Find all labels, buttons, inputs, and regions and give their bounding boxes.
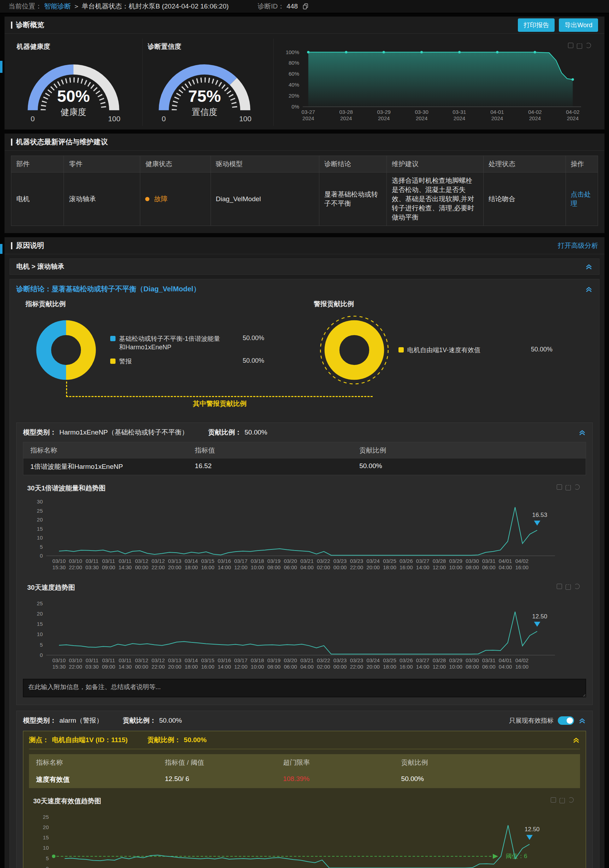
svg-text:03/14: 03/14	[185, 657, 198, 663]
svg-text:2024: 2024	[454, 115, 465, 121]
svg-text:03/19: 03/19	[267, 558, 281, 564]
legend-item[interactable]: 电机自由端1V-速度有效值 50.00%	[399, 346, 564, 354]
advanced-analysis-link[interactable]: 打开高级分析	[558, 241, 598, 250]
legend-item[interactable]: 警报 50.00%	[110, 357, 276, 366]
svg-text:20: 20	[37, 516, 43, 522]
model-name: Harmo1xEneNP（基础松动或转子不平衡）	[59, 428, 188, 437]
toolbox-save-image-icon[interactable]	[560, 798, 565, 803]
export-word-button[interactable]: 导出Word	[559, 19, 598, 32]
svg-text:03/17: 03/17	[234, 558, 247, 564]
toolbox-save-image-icon[interactable]	[566, 485, 571, 490]
collapse-chevron-icon[interactable]	[578, 429, 586, 436]
svg-text:04:00: 04:00	[499, 564, 512, 570]
dock-tab[interactable]	[0, 61, 3, 73]
svg-text:置信度: 置信度	[192, 107, 217, 117]
svg-text:03-28: 03-28	[340, 109, 353, 115]
toolbox-restore-icon[interactable]	[557, 584, 562, 589]
svg-text:03/15: 03/15	[201, 657, 215, 663]
breadcrumb-link-smart-diagnosis[interactable]: 智能诊断	[44, 2, 71, 11]
svg-text:03/16: 03/16	[218, 558, 231, 564]
svg-text:2024: 2024	[340, 115, 352, 121]
legend-label: 警报	[119, 357, 225, 366]
conclusion-title: 诊断结论：显著基础松动或转子不平衡（Diag_VelModel）	[16, 284, 200, 294]
svg-text:16:00: 16:00	[515, 564, 529, 570]
svg-text:5: 5	[40, 544, 43, 550]
svg-text:20:00: 20:00	[366, 663, 380, 670]
collapse-chevron-icon[interactable]	[585, 286, 593, 293]
svg-text:03/15: 03/15	[201, 558, 215, 564]
svg-text:08:00: 08:00	[465, 564, 479, 570]
svg-text:16:00: 16:00	[201, 564, 215, 570]
svg-text:02:00: 02:00	[317, 564, 330, 570]
svg-text:03-31: 03-31	[453, 109, 466, 115]
toolbox-refresh-icon[interactable]	[574, 584, 580, 589]
toolbox-save-image-icon[interactable]	[577, 43, 582, 49]
assessment-title: 机器状态最新评估与维护建议	[11, 137, 108, 147]
collapse-chevron-icon[interactable]	[572, 736, 580, 744]
toolbox-refresh-icon[interactable]	[568, 797, 573, 803]
cell-component: 滚动轴承	[64, 172, 140, 226]
svg-text:25: 25	[37, 600, 43, 606]
print-report-button[interactable]: 打印报告	[518, 19, 555, 32]
connector-line	[66, 396, 373, 397]
measure-point-box: 测点： 电机自由端1V (ID：1115) 贡献比例： 50.00%	[23, 731, 586, 868]
harmonic-trend-chart-box: 30天1倍谐波能量和趋势图 05101520253003/1015:3003/1…	[23, 480, 586, 575]
svg-text:10:00: 10:00	[251, 564, 264, 570]
svg-text:2024: 2024	[378, 115, 390, 121]
svg-text:03/27: 03/27	[416, 657, 430, 663]
table-row: 电机 滚动轴承 故障 Diag_VelModel 显著基础松动或转子不平衡 选择…	[11, 172, 598, 226]
alarm-donut-title: 警报贡献比例	[314, 299, 593, 308]
toolbox-refresh-icon[interactable]	[586, 43, 591, 48]
toolbox-save-image-icon[interactable]	[566, 584, 571, 590]
dock-tab[interactable]	[0, 244, 3, 254]
toolbox-restore-icon[interactable]	[568, 43, 573, 48]
svg-text:0: 0	[162, 115, 166, 123]
svg-text:03/23: 03/23	[334, 558, 347, 564]
svg-text:5: 5	[40, 642, 43, 648]
handle-link[interactable]: 点击处理	[571, 191, 591, 207]
model-type-label: 模型类别：	[23, 428, 57, 437]
part-breadcrumb-box: 电机 > 滚动轴承	[9, 259, 600, 275]
svg-text:15: 15	[37, 526, 43, 532]
col-action: 操作	[566, 156, 598, 172]
copy-icon[interactable]	[303, 3, 308, 9]
col-health-status: 健康状态	[140, 156, 210, 172]
toolbox-restore-icon[interactable]	[557, 484, 562, 490]
svg-text:0: 0	[40, 652, 43, 658]
col-part: 部件	[11, 156, 64, 172]
topbar: 当前位置： 智能诊断 ＞ 单台机器状态：机封水泵B (2024-04-02 16…	[0, 0, 609, 14]
point-title: 电机自由端1V (ID：1115)	[52, 735, 128, 745]
svg-text:22:00: 22:00	[350, 564, 363, 570]
chart-title: 30天速度趋势图	[27, 583, 584, 592]
svg-text:15: 15	[37, 621, 43, 627]
legend-value: 50.00%	[243, 357, 276, 364]
svg-text:5: 5	[46, 855, 49, 861]
collapse-chevron-icon[interactable]	[585, 263, 593, 270]
toolbox-restore-icon[interactable]	[551, 797, 556, 803]
note-input[interactable]	[23, 679, 586, 697]
svg-text:16:00: 16:00	[201, 663, 215, 670]
metric-name: 速度有效值	[36, 775, 165, 784]
svg-text:40%: 40%	[289, 82, 299, 88]
svg-text:22:00: 22:00	[69, 663, 82, 670]
toolbox-refresh-icon[interactable]	[574, 484, 580, 490]
svg-text:00:00: 00:00	[334, 564, 347, 570]
svg-text:03/29: 03/29	[449, 558, 462, 564]
metric-col-value: 指标值	[195, 446, 360, 455]
contrib-value: 50.00%	[159, 717, 182, 724]
svg-text:03/21: 03/21	[300, 657, 314, 663]
fault-dot-icon	[145, 197, 150, 201]
svg-text:2024: 2024	[492, 115, 503, 121]
metric-col-name: 指标名称	[30, 446, 195, 455]
collapse-chevron-icon[interactable]	[578, 717, 586, 724]
valid-indicators-toggle[interactable]	[558, 716, 574, 725]
legend-item[interactable]: 基础松动或转子不平衡-1倍谐波能量和Harmo1xEneNP 50.00%	[110, 335, 276, 352]
metric-value: 12.50/ 6	[165, 775, 283, 784]
svg-text:12:00: 12:00	[433, 564, 446, 570]
legend-value: 50.00%	[531, 346, 564, 353]
svg-text:06:00: 06:00	[482, 564, 496, 570]
svg-text:20:00: 20:00	[168, 663, 182, 670]
svg-text:03/11: 03/11	[85, 558, 98, 564]
svg-text:22:00: 22:00	[151, 663, 165, 670]
svg-text:2024: 2024	[416, 115, 427, 121]
